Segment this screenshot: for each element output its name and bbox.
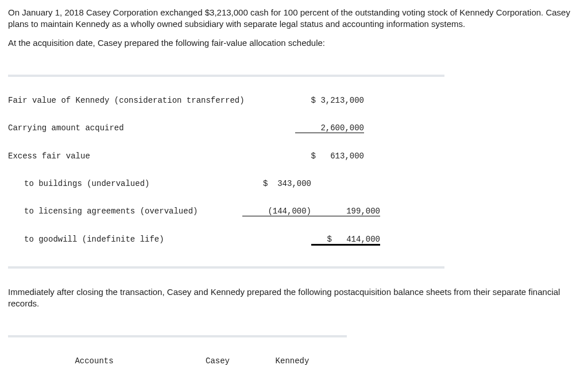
alloc-value: 2,600,000 [295,123,364,133]
alloc-label: Fair value of Kennedy (consideration tra… [8,96,226,105]
balance-sheet-table: Accounts Casey Kennedy Cash$ 460,000$ 15… [8,316,580,365]
col-header-kennedy: Kennedy [255,356,330,365]
col-header-accounts: Accounts [8,356,180,365]
alloc-value: $ 414,000 [311,235,380,244]
alloc-value: 199,000 [311,207,380,216]
alloc-label: to buildings (undervalued) [8,179,242,188]
intro-paragraph-3: Immediately after closing the transactio… [8,286,580,310]
alloc-label: to goodwill (indefinite life) [8,235,242,244]
alloc-value: $ 613,000 [295,152,364,161]
alloc-label: Carrying amount acquired [8,123,226,133]
intro-paragraph-1: On January 1, 2018 Casey Corporation exc… [8,7,580,30]
col-header-casey: Casey [180,356,255,365]
alloc-label: to licensing agreements (overvalued) [8,207,242,216]
alloc-detail: $ 343,000 [242,179,311,188]
alloc-label: Excess fair value [8,152,226,161]
alloc-value: $ 3,213,000 [295,96,364,105]
alloc-detail: (144,000) [242,207,311,216]
intro-paragraph-2: At the acquisition date, Casey prepared … [8,37,580,49]
allocation-schedule: Fair value of Kennedy (consideration tra… [8,56,580,278]
